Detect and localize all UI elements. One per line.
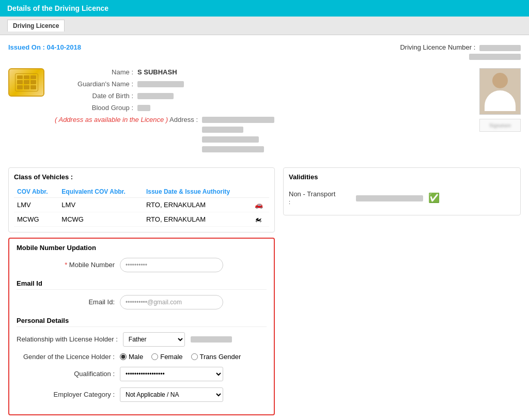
personal-section-title: Personal Details bbox=[17, 317, 267, 327]
gender-row: Gender of the Licence Holder : Male Fema… bbox=[17, 353, 267, 361]
mobile-subsection: Mobile Number Updation * Mobile Number bbox=[17, 244, 267, 272]
col-equiv: Equivalent COV Abbr. bbox=[58, 186, 143, 198]
issue-cell: RTO, ERNAKULAM bbox=[143, 212, 252, 226]
name-value: S SUBHASH bbox=[137, 68, 177, 76]
issue-cell: RTO, ERNAKULAM bbox=[143, 197, 252, 212]
issued-label: Issued On : bbox=[8, 43, 45, 51]
header-title: Details of the Driving Licence bbox=[7, 4, 108, 12]
header-bar: Details of the Driving Licence bbox=[0, 0, 529, 17]
gender-female-label[interactable]: Female bbox=[151, 353, 182, 361]
qualification-select[interactable]: •••••••••••••••••• bbox=[120, 367, 223, 381]
validity-row: Non - Transport: ✅ bbox=[289, 186, 515, 210]
gender-trans-label[interactable]: Trans Gender bbox=[191, 353, 241, 361]
mobile-label: * Mobile Number bbox=[17, 261, 120, 269]
name-label: Name : bbox=[55, 68, 137, 76]
relationship-row: Relationship with License Holder : Fathe… bbox=[17, 332, 267, 347]
col-left: Class of Vehicles : COV Abbr. Equivalent… bbox=[8, 167, 275, 415]
address-row: ( Address as available in the Licence ) … bbox=[55, 116, 469, 153]
col-issue: Issue Date & Issue Authority bbox=[143, 186, 252, 198]
issued-row: Issued On : 04-10-2018 Driving Licence N… bbox=[8, 43, 521, 60]
table-row: MCWG MCWG RTO, ERNAKULAM 🏍 bbox=[14, 212, 269, 226]
chip-icon bbox=[8, 68, 44, 97]
cov-cell: LMV bbox=[14, 197, 58, 212]
tab-driving-licence[interactable]: Driving Licence bbox=[7, 20, 65, 32]
mobile-section-title: Mobile Number Updation bbox=[17, 244, 267, 252]
blood-group-label: Blood Group : bbox=[55, 104, 137, 112]
vehicles-section: Class of Vehicles : COV Abbr. Equivalent… bbox=[8, 167, 275, 232]
info-fields: Name : S SUBHASH Guardian's Name : Date … bbox=[55, 68, 469, 157]
issued-on: Issued On : 04-10-2018 bbox=[8, 43, 81, 51]
page-wrapper: Details of the Driving Licence Driving L… bbox=[0, 0, 529, 420]
email-section-title: Email Id bbox=[17, 279, 267, 290]
name-row: Name : S SUBHASH bbox=[55, 68, 469, 76]
cov-cell: MCWG bbox=[14, 212, 58, 226]
dob-value bbox=[137, 92, 174, 100]
gender-male-radio[interactable] bbox=[120, 353, 127, 360]
gender-female-text: Female bbox=[160, 353, 182, 361]
personal-subsection: Personal Details Relationship with Licen… bbox=[17, 317, 267, 402]
gender-trans-radio[interactable] bbox=[191, 353, 198, 360]
relationship-label: Relationship with License Holder : bbox=[17, 335, 123, 343]
mobile-input[interactable] bbox=[120, 258, 223, 272]
details-section: Name : S SUBHASH Guardian's Name : Date … bbox=[8, 68, 521, 157]
mobile-row: * Mobile Number bbox=[17, 258, 267, 272]
address-note: ( Address as available in the Licence ) bbox=[55, 116, 168, 123]
relationship-select[interactable]: Father Mother Spouse Other bbox=[123, 332, 185, 347]
signature-area: Signature bbox=[479, 119, 521, 132]
email-row: Email Id: bbox=[17, 295, 267, 309]
table-row: LMV LMV RTO, ERNAKULAM 🚗 bbox=[14, 197, 269, 212]
signature: Signature bbox=[489, 122, 511, 128]
vehicles-table: COV Abbr. Equivalent COV Abbr. Issue Dat… bbox=[14, 186, 269, 227]
mobile-label-text: Mobile Number bbox=[69, 261, 115, 269]
col-cov: COV Abbr. bbox=[14, 186, 58, 198]
employer-row: Employer Category : Not Applicable / NA bbox=[17, 387, 267, 402]
email-label: Email Id: bbox=[17, 298, 120, 306]
qualification-row: Qualification : •••••••••••••••••• bbox=[17, 367, 267, 381]
gender-radio-group: Male Female Trans Gender bbox=[120, 353, 241, 361]
employer-label: Employer Category : bbox=[17, 391, 120, 398]
person-photo bbox=[479, 68, 521, 115]
photo-section: Signature bbox=[479, 68, 521, 157]
required-star: * bbox=[65, 261, 67, 269]
dob-label: Date of Birth : bbox=[55, 92, 137, 100]
qualification-label: Qualification : bbox=[17, 370, 120, 378]
vehicle-icon-cell: 🏍 bbox=[252, 212, 269, 226]
address-label-text: Address : bbox=[169, 116, 198, 123]
validity-type: Non - Transport: bbox=[289, 190, 351, 206]
blood-group-row: Blood Group : bbox=[55, 104, 469, 112]
gender-trans-text: Trans Gender bbox=[200, 353, 241, 361]
gender-female-radio[interactable] bbox=[151, 353, 158, 360]
top-nav: Driving Licence bbox=[0, 17, 529, 35]
main-content: Issued On : 04-10-2018 Driving Licence N… bbox=[0, 35, 529, 420]
gender-male-label[interactable]: Male bbox=[120, 353, 143, 361]
address-value bbox=[202, 116, 274, 153]
validities-box: Validities Non - Transport: ✅ bbox=[283, 167, 521, 215]
col-right: Validities Non - Transport: ✅ bbox=[283, 167, 521, 415]
validity-check-icon: ✅ bbox=[428, 192, 440, 204]
address-label: ( Address as available in the Licence ) … bbox=[55, 116, 202, 123]
blood-group-value bbox=[137, 104, 150, 112]
gender-label: Gender of the Licence Holder : bbox=[17, 353, 120, 361]
employer-select[interactable]: Not Applicable / NA bbox=[120, 387, 223, 402]
guardian-row: Guardian's Name : bbox=[55, 80, 469, 88]
gender-male-text: Male bbox=[129, 353, 143, 361]
dl-number-label: Driving Licence Number : bbox=[400, 43, 475, 51]
validities-title: Validities bbox=[289, 173, 515, 181]
vehicle-icon-cell: 🚗 bbox=[252, 197, 269, 212]
equiv-cell: MCWG bbox=[58, 212, 143, 226]
two-col-section: Class of Vehicles : COV Abbr. Equivalent… bbox=[8, 167, 521, 415]
issued-date: 04-10-2018 bbox=[46, 43, 81, 51]
email-input[interactable] bbox=[120, 295, 223, 309]
vehicles-title: Class of Vehicles : bbox=[14, 173, 269, 181]
update-section: Mobile Number Updation * Mobile Number E… bbox=[8, 238, 275, 415]
guardian-label: Guardian's Name : bbox=[55, 80, 137, 88]
equiv-cell: LMV bbox=[58, 197, 143, 212]
dob-row: Date of Birth : bbox=[55, 92, 469, 100]
dl-number-area: Driving Licence Number : bbox=[400, 43, 521, 60]
validity-date bbox=[356, 194, 423, 201]
guardian-value bbox=[137, 80, 184, 88]
email-subsection: Email Id Email Id: bbox=[17, 279, 267, 309]
